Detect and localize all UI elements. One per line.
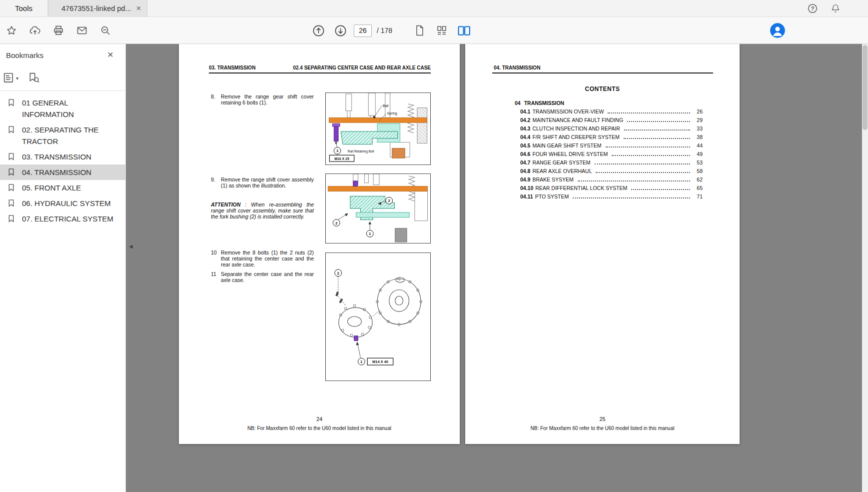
left-page-header: 03. TRANSMISSION 02.4 SEPARATING CENTER … (209, 65, 431, 70)
collapse-sidebar-button[interactable]: ◄ (127, 239, 135, 254)
collapse-arrow-icon: ◄ (128, 243, 134, 250)
page-total-label: / 178 (377, 26, 392, 34)
page-up-icon (312, 24, 325, 38)
main-toolbar: / 178 (0, 17, 868, 44)
chapter-heading: 04TRANSMISSION (511, 100, 564, 106)
user-avatar-icon (770, 23, 785, 38)
toc-entry-04-3[interactable]: 04.3CLUTCH INSPECTION AND REPAIR33 (520, 126, 703, 134)
toc-entry-04-5[interactable]: 04.5MAIN GEAR SHIFT SYSTEM44 (520, 142, 703, 151)
dot-leader (596, 172, 690, 173)
share-upload-button[interactable] (26, 22, 43, 39)
toc-entry-04-2[interactable]: 04.2MAINTENANCE AND FAULT FINDING29 (520, 117, 703, 126)
attention-label: ATTENTION (211, 202, 240, 208)
toc-entry-04-8[interactable]: 04.8REAR AXLE OVERHAUL58 (520, 168, 703, 176)
toolbar-left-group (1, 17, 114, 44)
dot-leader (627, 121, 690, 122)
pdf-page-25: 04. TRANSMISSION CONTENTS 04TRANSMISSION… (465, 44, 740, 444)
tabbar-right-controls: ? (733, 0, 868, 17)
step-number: 10 (211, 250, 221, 268)
left-page-number: 24 (179, 416, 460, 422)
step-8: 8. Remove the range gear shift cover ret… (211, 94, 314, 106)
bookmark-label: 04. TRANSMISSION (22, 166, 91, 178)
attention-note: ATTENTION : When re-assembling the range… (211, 202, 314, 220)
bookmarks-title: Bookmarks (6, 51, 43, 60)
right-page-footer-note: NB: For Maxxfarm 60 refer to the U60 mod… (465, 426, 740, 431)
bookmark-icon (0, 198, 22, 209)
toc-entry-04-6[interactable]: 04.6FOUR WHEEL DRIVE SYSTEM49 (520, 151, 703, 160)
bookmark-icon (0, 182, 22, 194)
tab-close-icon[interactable]: × (136, 4, 141, 12)
bookmark-item-07-electrical-system[interactable]: 07. ELECTRICAL SYSTEM (0, 211, 125, 226)
figure-range-shift-cover-assembly: 2 2 1 (325, 174, 431, 244)
page-down-icon (334, 24, 347, 38)
dot-leader (624, 130, 690, 130)
document-tab-title: 47673551-linked pd... (61, 4, 131, 12)
fork-bushing-part (353, 181, 358, 186)
dropdown-caret-icon: ▾ (16, 76, 18, 81)
toc-entry-04-1[interactable]: 04.1TRANSMISSION OVER-VIEW26 (520, 108, 703, 117)
bookmarks-close-icon[interactable]: × (104, 48, 117, 61)
bookmark-icon (0, 97, 22, 120)
help-button[interactable]: ? (807, 3, 818, 14)
envelope-icon (76, 24, 88, 36)
bookmark-label: 06. HYDRAULIC SYSTEM (22, 198, 111, 209)
bookmark-item-03-transmission[interactable]: 03. TRANSMISSION (0, 149, 125, 164)
rail-retaining-bolt-part (334, 126, 338, 142)
document-tab[interactable]: 47673551-linked pd... × (48, 0, 147, 16)
step-9: 9. Remove the range shift cover assembly… (211, 177, 314, 189)
bookmark-item-01-general-information[interactable]: 01 GENERAL INFORMATION (0, 95, 125, 122)
bookmark-label: 05. FRONT AXLE (22, 182, 81, 194)
single-page-icon (415, 24, 425, 36)
pdf-page-24: 03. TRANSMISSION 02.4 SEPARATING CENTER … (179, 44, 460, 444)
step-text: Remove the 8 bolts (1) the 2 nuts (2) th… (221, 250, 314, 268)
bookmark-item-04-transmission-active[interactable]: 04. TRANSMISSION (0, 164, 125, 180)
window-tab-bar: Tools 47673551-linked pd... × ? (0, 0, 868, 17)
two-page-view-button[interactable] (455, 22, 472, 39)
dot-leader (608, 112, 690, 114)
bookmark-label: 03. TRANSMISSION (22, 151, 91, 162)
notifications-button[interactable] (830, 3, 841, 14)
cloud-upload-icon (29, 24, 41, 36)
two-page-view-icon (457, 24, 471, 37)
pdf-viewer-window: Tools 47673551-linked pd... × ? (0, 0, 868, 492)
shift-rail-part (329, 118, 427, 122)
bookmark-item-05-front-axle[interactable]: 05. FRONT AXLE (0, 180, 125, 196)
bookmark-options-button[interactable]: ▾ (3, 72, 18, 84)
dot-leader (595, 164, 690, 164)
page-number-input[interactable] (354, 24, 372, 37)
right-page-section-header: 04. TRANSMISSION (494, 65, 540, 70)
step-text: Remove the range gear shift cover retain… (221, 94, 314, 106)
toc-entry-04-11[interactable]: 04.11PTO SYSTEM71 (520, 194, 703, 202)
previous-page-button[interactable] (310, 22, 327, 39)
toc-entry-04-9[interactable]: 04.9BRAKE SYSYEM62 (520, 176, 703, 185)
bookmark-item-02-separating-the-tractor[interactable]: 02. SEPARATING THE TRACTOR (0, 122, 125, 149)
step-text: Remove the range shift cover assembly (1… (221, 177, 314, 189)
single-page-view-button[interactable] (411, 22, 428, 39)
shift-rail-part (328, 186, 427, 192)
account-avatar-button[interactable] (770, 23, 785, 38)
dot-leader (578, 180, 690, 182)
bookmark-label: 07. ELECTRICAL SYSTEM (22, 213, 113, 224)
bookmarks-header: Bookmarks × (0, 44, 125, 67)
next-page-button[interactable] (332, 22, 349, 39)
magnifier-minus-icon (99, 24, 111, 36)
help-icon: ? (807, 3, 818, 14)
zoom-out-button[interactable] (97, 22, 114, 39)
toc-entry-04-7[interactable]: 04.7RANGE GEAR SYSTEM53 (520, 160, 703, 168)
favorites-button[interactable] (3, 22, 20, 39)
toc-entry-04-4[interactable]: 04.4F/R SHIFT AND CREEPER SYSTEM38 (520, 134, 703, 142)
scrollbar-thumb[interactable] (863, 45, 868, 130)
vertical-scrollbar[interactable] (862, 44, 868, 492)
print-button[interactable] (50, 22, 67, 39)
dot-leader (624, 138, 690, 139)
page-thumbnails-button[interactable] (433, 22, 450, 39)
document-view-area: ◄ 03. TRANSMISSION 02.4 SEPARATING CENTE… (126, 44, 868, 492)
toc-entry-04-10[interactable]: 04.10REAR DIFFERENTIAL LOCK SYSTEM65 (520, 185, 703, 194)
email-button[interactable] (73, 22, 90, 39)
bookmark-label: 02. SEPARATING THE TRACTOR (22, 124, 119, 147)
rail-retaining-bolt-label: Rail Retaining Bolt (348, 150, 374, 154)
bookmark-item-06-hydraulic-system[interactable]: 06. HYDRAULIC SYSTEM (0, 196, 125, 211)
rear-axle-case-drawing (377, 278, 421, 324)
find-current-bookmark-button[interactable] (27, 72, 40, 84)
tools-tab[interactable]: Tools (0, 0, 48, 16)
